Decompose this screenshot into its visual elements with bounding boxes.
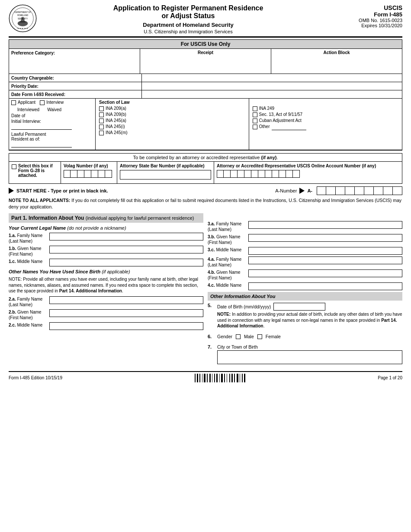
ina245i-label: INA 245(i) bbox=[106, 124, 125, 129]
part1-title: Part 1. Information About You bbox=[11, 215, 84, 221]
rep-box-12[interactable] bbox=[293, 170, 300, 178]
a-number-input-area bbox=[317, 186, 402, 195]
rep-box-2[interactable] bbox=[224, 170, 231, 178]
rep-box-7[interactable] bbox=[258, 170, 265, 178]
note5-end: . bbox=[263, 324, 265, 328]
sec13-row: Sec. 13, Act of 9/11/57 bbox=[253, 112, 399, 117]
field-3c-label: 3.c. Middle Name bbox=[208, 247, 247, 253]
rep-box-9[interactable] bbox=[272, 170, 279, 178]
field-3b-row: 3.b. Given Name(First Name) bbox=[208, 234, 402, 245]
field-1c-input-col bbox=[49, 259, 203, 266]
field-5-num: 5. bbox=[208, 303, 215, 308]
field-5-note: NOTE: In addition to providing your actu… bbox=[217, 311, 402, 329]
field-1a-input[interactable] bbox=[49, 233, 203, 240]
volag-box-6[interactable] bbox=[98, 170, 105, 178]
receipt-label: Receipt bbox=[142, 50, 269, 55]
field-3a-input[interactable] bbox=[248, 221, 402, 229]
field-7-input[interactable] bbox=[217, 350, 402, 364]
interview-checkbox[interactable] bbox=[40, 100, 45, 105]
rep-box-4[interactable] bbox=[238, 170, 244, 178]
ina209a-label: INA 209(a) bbox=[106, 106, 126, 111]
rep-box-1[interactable] bbox=[217, 170, 224, 178]
volag-box-7[interactable] bbox=[105, 170, 112, 178]
applicant-label: Applicant bbox=[18, 100, 35, 105]
volag-box-1[interactable] bbox=[64, 170, 71, 178]
a-num-8[interactable] bbox=[383, 186, 393, 195]
date-form-value[interactable] bbox=[142, 90, 402, 98]
field-3b-input[interactable] bbox=[248, 234, 402, 242]
field-1b-input[interactable] bbox=[49, 246, 203, 253]
ina245i-checkbox[interactable] bbox=[99, 125, 104, 129]
field-2a-input[interactable] bbox=[49, 296, 203, 304]
svg-text:★ ★ ★ ★ ★: ★ ★ ★ ★ ★ bbox=[17, 27, 28, 29]
field-3a-label: 3.a. Family Name(Last Name) bbox=[208, 221, 247, 232]
other-checkbox[interactable] bbox=[253, 125, 257, 129]
resident-input[interactable] bbox=[11, 141, 72, 147]
other-input[interactable] bbox=[272, 124, 306, 130]
ina245a-checkbox[interactable] bbox=[99, 119, 104, 123]
rep-box-6[interactable] bbox=[251, 170, 258, 178]
field-4a-label: 4.a. Family Name(Last Name) bbox=[208, 256, 247, 268]
attorney-rep-boxes bbox=[217, 170, 399, 178]
g28-checkbox[interactable] bbox=[12, 164, 16, 169]
field-5-row: 5. Date of Birth (mm/dd/yyyy) NOTE: In a… bbox=[208, 303, 402, 331]
priority-value[interactable] bbox=[142, 82, 402, 90]
a-num-5[interactable] bbox=[355, 186, 364, 195]
preference-row: Preference Category: Receipt Action Bloc… bbox=[9, 49, 402, 74]
a-num-9[interactable] bbox=[393, 186, 402, 195]
action-cell: Action Block bbox=[271, 49, 402, 74]
page: DEPARTMENT OF HOMELAND SECURITY ★ ★ ★ ★ … bbox=[0, 0, 411, 387]
header: DEPARTMENT OF HOMELAND SECURITY ★ ★ ★ ★ … bbox=[9, 4, 402, 35]
receipt-area bbox=[142, 55, 269, 72]
volag-box-5[interactable] bbox=[91, 170, 98, 178]
attorney-bar-input[interactable] bbox=[120, 170, 211, 179]
country-value[interactable] bbox=[142, 74, 402, 82]
ina249-label: INA 249 bbox=[259, 106, 275, 111]
female-checkbox[interactable] bbox=[257, 334, 262, 339]
a-num-1[interactable] bbox=[317, 186, 326, 195]
volag-box-4[interactable] bbox=[84, 170, 91, 178]
a-num-7[interactable] bbox=[374, 186, 383, 195]
applicant-checkbox[interactable] bbox=[11, 100, 16, 105]
section-law-right: INA 249 Sec. 13, Act of 9/11/57 Cuban Ad… bbox=[249, 99, 402, 150]
header-divider bbox=[9, 36, 402, 38]
field-2a-input-col bbox=[49, 296, 203, 304]
cuban-checkbox[interactable] bbox=[253, 119, 257, 123]
field-4a-input[interactable] bbox=[248, 256, 402, 264]
a-num-6[interactable] bbox=[364, 186, 374, 195]
field-5-content: Date of Birth (mm/dd/yyyy) NOTE: In addi… bbox=[217, 303, 402, 331]
section-law-left: Applicant Interview Interviewed Waived D… bbox=[9, 99, 96, 150]
volag-box-2[interactable] bbox=[71, 170, 77, 178]
ina249-checkbox[interactable] bbox=[253, 106, 257, 111]
sec13-checkbox[interactable] bbox=[253, 112, 257, 117]
male-checkbox[interactable] bbox=[236, 334, 241, 339]
field-3c-input[interactable] bbox=[248, 247, 402, 255]
sec13-label: Sec. 13, Act of 9/11/57 bbox=[259, 112, 303, 117]
ina209b-checkbox[interactable] bbox=[99, 112, 104, 117]
rep-box-11[interactable] bbox=[286, 170, 293, 178]
right-column: 3.a. Family Name(Last Name) 3.b. Given N… bbox=[208, 213, 402, 367]
volag-box-3[interactable] bbox=[77, 170, 84, 178]
field-2b-input[interactable] bbox=[49, 309, 203, 317]
ina245m-checkbox[interactable] bbox=[99, 131, 104, 135]
rep-box-3[interactable] bbox=[231, 170, 238, 178]
a-num-3[interactable] bbox=[336, 186, 345, 195]
ina249-row: INA 249 bbox=[253, 106, 399, 111]
a-num-4[interactable] bbox=[345, 186, 355, 195]
header-right: USCIS Form I-485 OMB No. 1615-0023 Expir… bbox=[333, 4, 402, 28]
rep-box-8[interactable] bbox=[265, 170, 272, 178]
rep-box-10[interactable] bbox=[279, 170, 286, 178]
uscis-logo: DEPARTMENT OF HOMELAND SECURITY ★ ★ ★ ★ … bbox=[9, 4, 39, 35]
field-4b-label: 4.b. Given Name(First Name) bbox=[208, 269, 247, 281]
initial-interview-input[interactable] bbox=[11, 124, 72, 130]
ina209a-checkbox[interactable] bbox=[99, 106, 104, 111]
field-1c-input[interactable] bbox=[49, 259, 203, 266]
field-5-input[interactable] bbox=[273, 303, 325, 311]
field-3a-row: 3.a. Family Name(Last Name) bbox=[208, 221, 402, 232]
field-4c-input[interactable] bbox=[248, 282, 402, 290]
field-2c-input[interactable] bbox=[49, 322, 203, 330]
field-4b-input[interactable] bbox=[248, 269, 402, 277]
form-title-line1: Application to Register Permanent Reside… bbox=[43, 4, 333, 12]
rep-box-5[interactable] bbox=[244, 170, 251, 178]
a-num-2[interactable] bbox=[326, 186, 336, 195]
